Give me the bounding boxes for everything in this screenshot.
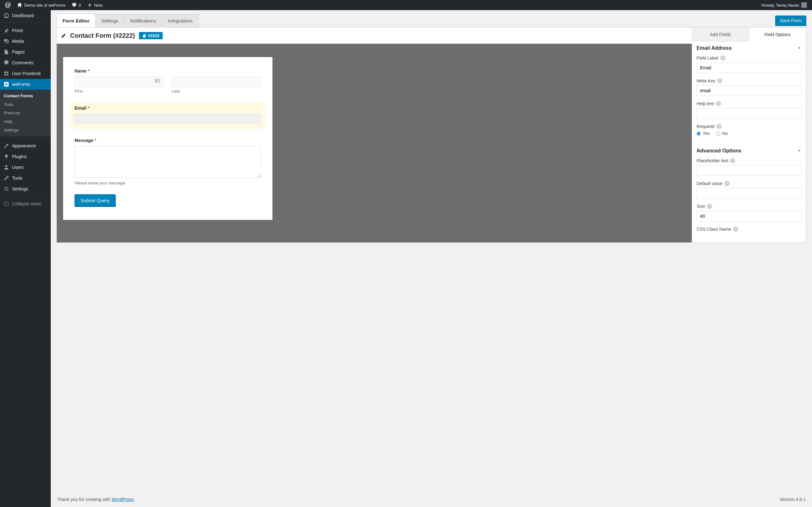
editor-tabs: Form Editor Settings Notifications Integ… [56,14,198,27]
sidebar-item-userfrontend[interactable]: User Frontend [0,68,51,79]
sidebar-item-settings[interactable]: Settings [0,183,51,194]
field-label: Name * [74,68,261,73]
avatar [801,2,807,8]
message-help: Please leave your message [74,181,261,185]
section-email-address[interactable]: Email Address [692,42,806,55]
opt-size: Size? [697,204,802,222]
sidebar-item-appearance[interactable]: Appearance [0,140,51,151]
page-icon [3,49,9,55]
sidebar-label: Users [12,165,24,170]
field-options-panel: Add Fields Field Options Email Address F… [692,27,806,242]
name-last-input[interactable] [172,77,261,87]
size-input[interactable] [697,211,802,222]
sidebar-item-posts[interactable]: Posts [0,25,51,36]
chevron-down-icon [797,149,802,153]
required-no[interactable]: No [716,131,728,136]
shortcode-badge[interactable]: #2222 [139,32,163,39]
required-yes[interactable]: Yes [697,131,710,136]
wp-logo[interactable] [3,0,13,10]
tab-notifications[interactable]: Notifications [124,14,162,27]
sidebar-item-pages[interactable]: Pages [0,47,51,57]
sub-premium[interactable]: Premium [0,109,51,117]
meta-key-input[interactable] [697,85,802,96]
new-link[interactable]: New [85,0,105,10]
sidebar-label: Posts [12,28,23,33]
sidebar-item-comments[interactable]: Comments [0,57,51,68]
weforms-icon [3,81,9,87]
sidebar-item-dashboard[interactable]: Dashboard [0,10,51,21]
message-textarea[interactable] [74,146,261,178]
section-advanced-options[interactable]: Advanced Options [692,144,806,158]
sidebar-label: Pages [12,49,25,55]
help-icon[interactable]: ? [707,204,712,209]
sub-contact-forms[interactable]: Contact Forms [0,92,51,100]
admin-bar: Demo site of weForms 0 New Howdy, Tareq … [0,0,812,10]
default-value-input[interactable] [697,188,802,199]
last-name-sublabel: Last [172,89,261,94]
sidebar-label: Appearance [12,143,36,148]
pencil-icon[interactable] [61,33,66,39]
version-text: Version 4.8.1 [780,497,806,502]
sidebar-label: User Frontend [12,71,40,76]
media-icon [3,38,9,44]
user-icon [3,164,9,170]
sidebar-label: Media [12,39,24,44]
tab-integrations[interactable]: Integrations [162,14,199,27]
submit-button[interactable]: Submit Query [74,194,116,207]
tab-field-options[interactable]: Field Options [749,27,806,42]
main-content: Form Editor Settings Notifications Integ… [51,10,812,507]
vcard-icon [155,78,160,83]
field-email[interactable]: Email * [71,102,265,129]
help-icon[interactable]: ? [716,124,722,129]
svg-point-3 [156,80,157,81]
tab-form-editor[interactable]: Form Editor [56,14,96,27]
dashboard-icon [3,13,9,18]
plus-icon [87,3,92,8]
opt-field-label: Field Label? [697,55,802,73]
sidebar-item-weforms[interactable]: weForms [0,79,51,90]
sidebar-label: weForms [12,82,31,87]
opt-help-text: Help text? [697,101,802,119]
name-first-input[interactable] [74,77,164,87]
comments-count: 0 [79,3,81,8]
wordpress-link[interactable]: WordPress [112,497,134,502]
help-icon[interactable]: ? [720,55,725,60]
form-preview-card: Name * First Last [63,57,272,220]
placeholder-input[interactable] [697,165,802,176]
sidebar-item-tools[interactable]: Tools [0,173,51,183]
field-label-input[interactable] [697,62,802,73]
howdy-user[interactable]: Howdy, Tareq Hasan [759,0,809,10]
comments-link[interactable]: 0 [69,0,84,10]
save-form-button[interactable]: Save Form [775,15,806,26]
site-title: Demo site of weForms [24,3,65,8]
sidebar-label: Tools [12,176,22,181]
sidebar-item-plugins[interactable]: Plugins [0,151,51,162]
sidebar-label: Collapse menu [12,201,42,206]
help-icon[interactable]: ? [717,78,722,83]
howdy-text: Howdy, Tareq Hasan [762,3,799,8]
help-text-input[interactable] [697,108,802,119]
pin-icon [3,27,9,33]
sidebar-item-media[interactable]: Media [0,36,51,47]
email-input[interactable] [74,114,261,123]
new-label: New [94,3,102,8]
field-name[interactable]: Name * First Last [74,68,261,94]
opt-default-value: Default value? [697,181,802,199]
help-icon[interactable]: ? [716,101,721,106]
sub-settings[interactable]: Settings [0,126,51,134]
help-icon[interactable]: ? [733,227,738,232]
field-label: Email * [74,106,261,111]
site-home[interactable]: Demo site of weForms [14,0,68,10]
tabs-row: Form Editor Settings Notifications Integ… [56,14,806,27]
sub-tools[interactable]: Tools [0,100,51,109]
tab-settings[interactable]: Settings [95,14,124,27]
collapse-icon [3,201,9,207]
sub-help[interactable]: Help [0,117,51,126]
help-icon[interactable]: ? [724,181,729,186]
sidebar-collapse[interactable]: Collapse menu [0,199,51,209]
help-icon[interactable]: ? [730,158,735,163]
sidebar-item-users[interactable]: Users [0,162,51,173]
field-message[interactable]: Message * Please leave your message [74,138,261,185]
tab-add-fields[interactable]: Add Fields [692,27,749,42]
comment-icon [3,60,9,66]
